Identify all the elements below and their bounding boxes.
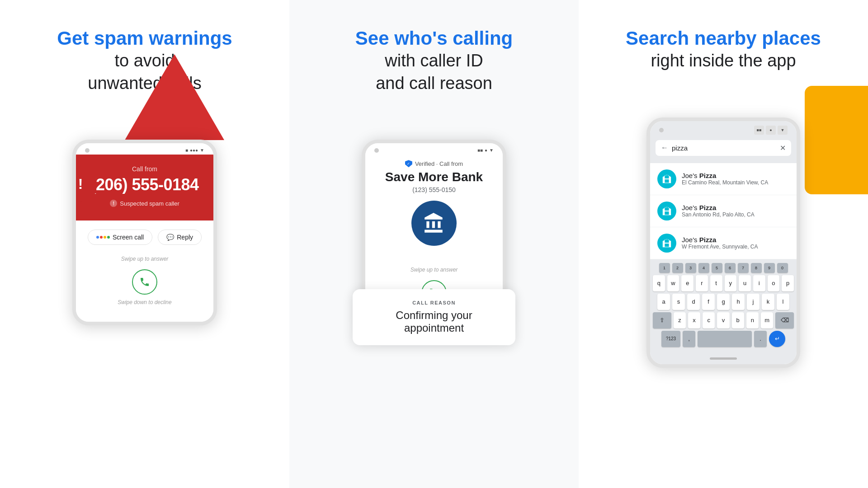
search-result-item-2[interactable]: Joe's Pizza San Antonio Rd, Palo Alto, C… [650,195,797,227]
col3-heading-colored: Search nearby places [626,27,821,50]
kb-h[interactable]: h [732,294,745,310]
kb-a[interactable]: a [657,294,670,310]
kb-g[interactable]: g [717,294,730,310]
clear-search-icon[interactable]: ✕ [780,144,786,152]
kb-comma[interactable]: , [683,331,695,347]
phone3-camera [659,128,664,132]
kb-enter[interactable]: ↵ [769,331,785,347]
phone2-camera [374,148,379,153]
kb-o[interactable]: o [768,275,780,291]
kb-r[interactable]: r [696,275,708,291]
call-reason-card: CALL REASON Confirming your appointment [353,289,515,345]
kb-hint-4: 4 [698,263,709,273]
phone1-call-from-label: Call from [85,165,204,173]
kb-n[interactable]: n [746,312,759,328]
kb-row-1: q w e r t y u i o p [653,275,794,291]
place-info-2: Joe's Pizza San Antonio Rd, Palo Alto, C… [682,204,789,218]
swipe-up-text: Swipe up to answer [85,256,204,262]
place-address-3: W Fremont Ave, Sunnyvale, CA [682,244,789,250]
kb-hint-8: 8 [751,263,762,273]
place-name-3: Joe's Pizza [682,236,789,244]
kb-period[interactable]: . [754,331,767,347]
search-result-item-3[interactable]: Joe's Pizza W Fremont Ave, Sunnyvale, CA [650,227,797,259]
kb-z[interactable]: z [674,312,686,328]
kb-x[interactable]: x [688,312,700,328]
kb-k[interactable]: k [762,294,774,310]
kb-u[interactable]: u [739,275,751,291]
phone3-search-area: ← pizza ✕ [650,136,797,163]
phone1-dial-icon-wrapper [85,269,204,295]
verified-badge: ✓ Verified · Call from [374,160,494,167]
kb-c[interactable]: c [703,312,715,328]
home-indicator [710,357,737,360]
phone1-top-bar: ■ ●●● ▼ [76,143,213,155]
kb-e[interactable]: e [681,275,693,291]
kb-w[interactable]: w [667,275,679,291]
answer-call-icon[interactable] [132,269,157,295]
place-icon-3 [657,234,676,253]
phone1-spam-warning: ! Suspected spam caller [85,200,204,207]
col2-phone-area: ■■ ● ▼ ✓ Verified · Call from Save More … [289,140,579,332]
kb-backspace[interactable]: ⌫ [775,312,794,328]
screen-call-button[interactable]: Screen call [88,230,152,245]
kb-hint-7: 7 [738,263,749,273]
bank-building-icon [423,212,445,235]
phone3-top-bar: ■■ ● ▼ [650,121,797,136]
search-results-list: Joe's Pizza El Camino Real, Mountain Vie… [650,163,797,259]
kb-row-4: ?123 , . ↵ [653,331,794,347]
kb-t[interactable]: t [710,275,722,291]
kb-hint-3: 3 [685,263,696,273]
bank-number: (123) 555-0150 [374,186,494,193]
number-hint-row: 1 2 3 4 5 6 7 8 9 0 [653,263,794,273]
search-result-item-1[interactable]: Joe's Pizza El Camino Real, Mountain Vie… [650,163,797,195]
kb-j[interactable]: j [747,294,760,310]
place-info-1: Joe's Pizza El Camino Real, Mountain Vie… [682,172,789,186]
kb-num-switch[interactable]: ?123 [661,331,680,347]
kb-l[interactable]: l [777,294,789,310]
search-input-value[interactable]: pizza [672,144,776,152]
spam-warning-text: Suspected spam caller [120,200,179,207]
phone1-action-buttons: Screen call 💬 Reply [85,230,204,245]
column-nearby-places: Search nearby places right inside the ap… [579,0,868,488]
kb-d[interactable]: d [687,294,700,310]
swipe-down-text: Swipe down to decline [85,299,204,305]
kb-shift[interactable]: ⇧ [653,312,671,328]
kb-q[interactable]: q [653,275,665,291]
kb-v[interactable]: v [717,312,729,328]
place-info-3: Joe's Pizza W Fremont Ave, Sunnyvale, CA [682,236,789,250]
verified-label: Verified · Call from [415,160,463,167]
red-triangle-decoration [125,54,224,140]
kb-hint-2: 2 [672,263,683,273]
screen-call-label: Screen call [113,234,144,241]
phone1-status: ■ ●●● ▼ [185,148,204,153]
phone3-wrapper: ■■ ● ▼ ← pizza ✕ [646,117,800,368]
phone2-top-bar: ■■ ● ▼ [365,143,503,155]
search-bar[interactable]: ← pizza ✕ [656,140,791,156]
kb-space[interactable] [698,331,752,347]
kb-i[interactable]: i [753,275,765,291]
kb-hint-9: 9 [764,263,775,273]
back-arrow-icon[interactable]: ← [661,144,668,152]
yellow-rect-decoration [805,86,868,194]
kb-row-3: ⇧ z x c v b n m ⌫ [653,312,794,328]
kb-m[interactable]: m [761,312,773,328]
col3-heading-black: right inside the app [626,50,821,72]
reply-button[interactable]: 💬 Reply [158,230,202,245]
page: Get spam warnings to avoidunwanted calls… [0,0,868,488]
kb-s[interactable]: s [672,294,685,310]
keyboard: 1 2 3 4 5 6 7 8 9 0 q w [650,259,797,353]
kb-b[interactable]: b [732,312,744,328]
phone3-status: ■■ ● ▼ [754,126,788,135]
reply-icon: 💬 [166,234,174,241]
google-logo-icon [96,236,110,239]
kb-p[interactable]: p [782,275,794,291]
phone1-wrapper: ■ ●●● ▼ Call from (206) 555-0184 ! Suspe… [72,140,217,325]
kb-f[interactable]: f [702,294,715,310]
kb-hint-5: 5 [712,263,722,273]
place-name-2: Joe's Pizza [682,204,789,211]
phone2-swipe-up: Swipe up to answer [374,267,494,273]
phone2-status: ■■ ● ▼ [477,148,494,153]
phone-icon [139,277,150,287]
phone3-mockup: ■■ ● ▼ ← pizza ✕ [646,117,800,368]
kb-y[interactable]: y [725,275,737,291]
